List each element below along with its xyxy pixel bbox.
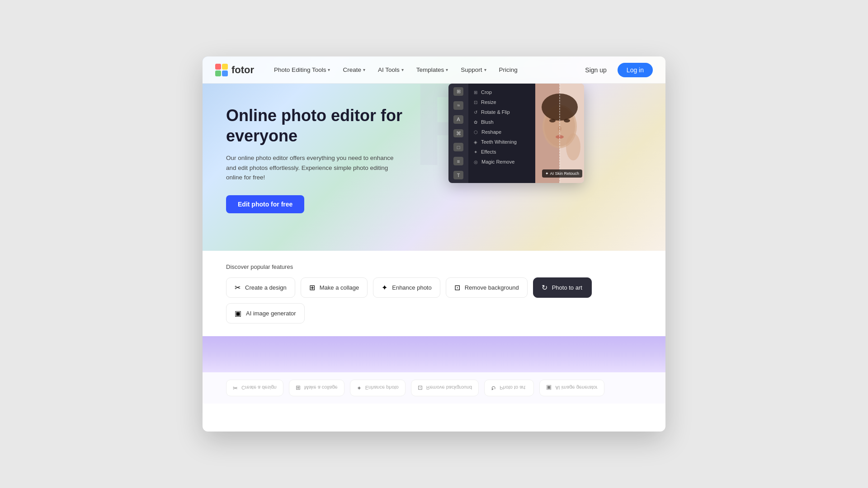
reshape-icon: ⬡ [474, 130, 478, 135]
editor-photo-preview: ✦ AI Skin Retouch [535, 84, 584, 183]
menu-item-magic-remove[interactable]: ◎ Magic Remove [468, 157, 535, 167]
edit-photo-button[interactable]: Edit photo for free [226, 195, 304, 213]
menu-label-resize: Resize [481, 99, 496, 105]
reflected-icon-4: ⊡ [418, 385, 423, 391]
svg-point-14 [566, 133, 580, 160]
editor-menu: ⊞ Crop ⊡ Resize ↺ Rotate & Flip ✿ Blush [468, 84, 535, 183]
nav-item-pricing[interactable]: Pricing [494, 64, 523, 76]
features-bottom-reflection: ✂ Create a design ⊞ Make a collage ✦ Enh… [203, 372, 665, 404]
feature-label-photo-to-art: Photo to art [552, 284, 582, 291]
reflected-card-6: ▣ AI image generator [539, 380, 604, 396]
feature-cards: ✂ Create a design ⊞ Make a collage ✦ Enh… [226, 277, 642, 324]
menu-item-blush[interactable]: ✿ Blush [468, 117, 535, 127]
nav-label-support: Support [461, 66, 482, 73]
feature-card-photo-to-art[interactable]: ↻ Photo to art [533, 277, 592, 298]
signup-button[interactable]: Sign up [580, 64, 612, 76]
svg-rect-2 [215, 70, 221, 76]
feature-card-enhance-photo[interactable]: ✦ Enhance photo [373, 277, 440, 298]
browser-window: fotor Photo Editing Tools ▾ Create ▾ AI … [203, 56, 665, 432]
feature-label-create-design: Create a design [245, 284, 287, 291]
svg-rect-1 [222, 64, 228, 70]
nav-label-pricing: Pricing [499, 66, 518, 73]
menu-item-reshape[interactable]: ⬡ Reshape [468, 127, 535, 137]
magic-remove-icon: ◎ [474, 160, 478, 164]
resize-icon: ⊡ [474, 100, 477, 105]
menu-item-rotate[interactable]: ↺ Rotate & Flip [468, 107, 535, 117]
reflected-card-2: ⊞ Make a collage [289, 380, 344, 396]
menu-item-crop[interactable]: ⊞ Crop [468, 87, 535, 97]
menu-item-teeth[interactable]: ◈ Teeth Whitening [468, 137, 535, 147]
menu-label-magic-remove: Magic Remove [481, 159, 514, 164]
reflected-label-4: Remove background [426, 385, 472, 391]
chevron-down-icon: ▾ [446, 67, 448, 72]
chevron-down-icon: ▾ [363, 67, 365, 72]
blush-icon: ✿ [474, 120, 477, 125]
reflected-label-6: AI image generator [555, 385, 598, 391]
menu-label-reshape: Reshape [481, 129, 501, 135]
feature-label-enhance-photo: Enhance photo [392, 284, 431, 291]
menu-label-crop: Crop [481, 89, 492, 95]
feature-card-make-collage[interactable]: ⊞ Make a collage [301, 277, 368, 298]
chevron-down-icon: ▾ [484, 67, 486, 72]
effects-icon: ✦ [474, 150, 477, 155]
feature-label-make-collage: Make a collage [320, 284, 359, 291]
reflected-icon-1: ✂ [233, 385, 238, 391]
reflected-icon-5: ↻ [491, 385, 496, 391]
logo-area[interactable]: fotor [215, 64, 254, 76]
reflected-card-5: ↻ Photo to art [484, 380, 534, 396]
nav-label-create: Create [343, 66, 361, 73]
fotor-logo-icon [215, 64, 228, 76]
nav-item-photo-editing[interactable]: Photo Editing Tools ▾ [269, 64, 335, 76]
nav-item-create[interactable]: Create ▾ [337, 64, 371, 76]
hero-content: Online photo editor for everyone Our onl… [203, 84, 665, 213]
menu-item-resize[interactable]: ⊡ Resize [468, 97, 535, 107]
teeth-icon: ◈ [474, 140, 477, 145]
navbar: fotor Photo Editing Tools ▾ Create ▾ AI … [203, 56, 665, 84]
photo-to-art-icon: ↻ [542, 283, 547, 292]
page-wrapper: fotor Photo Editing Tools ▾ Create ▾ AI … [0, 0, 868, 488]
hero-section: fotor Photo Editing Tools ▾ Create ▾ AI … [203, 56, 665, 251]
nav-item-support[interactable]: Support ▾ [455, 64, 491, 76]
reflected-icon-3: ✦ [357, 385, 362, 391]
rotate-icon: ↺ [474, 110, 477, 115]
make-collage-icon: ⊞ [309, 283, 315, 292]
sidebar-adjust-icon: ≈ [453, 101, 463, 110]
hero-subtitle: Our online photo editor offers everythin… [226, 153, 398, 183]
nav-label-ai-tools: AI Tools [378, 66, 400, 73]
nav-actions: Sign up Log in [580, 63, 653, 77]
sidebar-brush-icon: ⌘ [453, 129, 463, 138]
editor-sidebar: ⊞ ≈ A ⌘ □ ≡ T [448, 84, 468, 183]
nav-item-templates[interactable]: Templates ▾ [411, 64, 454, 76]
crop-icon: ⊞ [474, 90, 477, 95]
nav-links: Photo Editing Tools ▾ Create ▾ AI Tools … [269, 64, 580, 76]
sidebar-text-icon: A [453, 115, 463, 124]
feature-card-create-design[interactable]: ✂ Create a design [226, 277, 295, 298]
feature-card-ai-image[interactable]: ▣ AI image generator [226, 303, 305, 324]
hero-title: Online photo editor for everyone [226, 105, 416, 146]
features-label: Discover popular features [226, 263, 642, 270]
nav-item-ai-tools[interactable]: AI Tools ▾ [373, 64, 409, 76]
enhance-photo-icon: ✦ [382, 283, 387, 292]
nav-label-photo-editing: Photo Editing Tools [274, 66, 326, 73]
reflected-card-4: ⊡ Remove background [411, 380, 479, 396]
menu-label-blush: Blush [481, 119, 494, 125]
chevron-down-icon: ▾ [401, 67, 404, 72]
ai-skin-retouch-badge: ✦ AI Skin Retouch [542, 169, 582, 178]
reflected-label-1: Create a design [241, 385, 277, 391]
sidebar-layers-icon: ≡ [453, 157, 463, 165]
ai-image-icon: ▣ [235, 309, 241, 318]
sidebar-type-icon: T [453, 171, 463, 179]
reflected-card-1: ✂ Create a design [226, 380, 283, 396]
face-photo-svg [535, 84, 584, 183]
svg-rect-0 [215, 64, 221, 70]
features-section: Discover popular features ✂ Create a des… [203, 251, 665, 336]
reflected-card-3: ✦ Enhance photo [350, 380, 406, 396]
create-design-icon: ✂ [235, 283, 241, 292]
feature-label-remove-bg: Remove background [465, 284, 519, 291]
login-button[interactable]: Log in [618, 63, 653, 77]
menu-item-effects[interactable]: ✦ Effects [468, 147, 535, 157]
editor-panel: ⊞ ≈ A ⌘ □ ≡ T ⊞ Crop ⊡ Resize [448, 84, 584, 183]
reflected-label-2: Make a collage [304, 385, 338, 391]
reflected-label-3: Enhance photo [365, 385, 399, 391]
feature-card-remove-bg[interactable]: ⊡ Remove background [446, 277, 528, 298]
